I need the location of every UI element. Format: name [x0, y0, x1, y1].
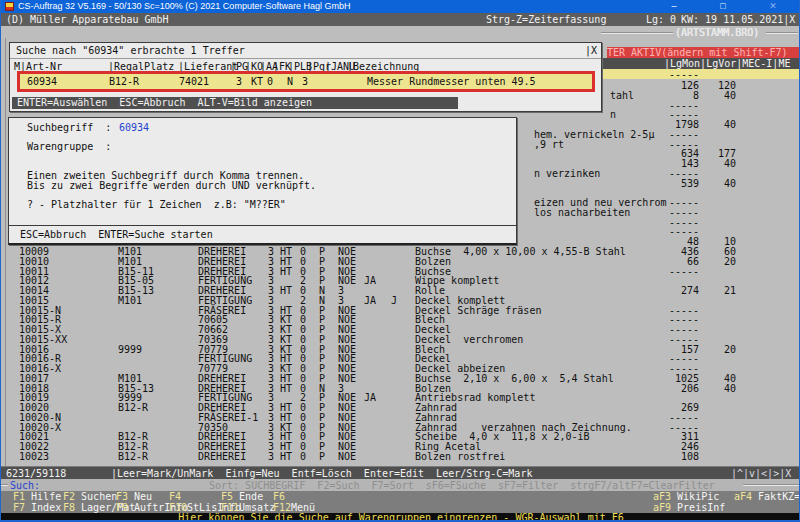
result-cell: 3: [302, 76, 308, 87]
window-titlebar: CS-Auftrag 32 V5.169 - 50/130 Sc=100% (C…: [1, 0, 800, 13]
table-row[interactable]: 10016-X707793KT0PNOEDeckel abbeizen-----: [1, 363, 800, 373]
search-hint-2: Bis zu zwei Begriffe werden durch UND ve…: [27, 181, 316, 191]
table-row[interactable]: 10015-R706053KT0PNOEBlech-----: [1, 314, 800, 324]
stock-month-cell: 539: [659, 178, 699, 189]
calendar-week-date: KW: 19 11.05.2021|X: [681, 13, 795, 26]
fkey-label: aF4: [734, 491, 752, 502]
dialog-close-icon[interactable]: |X: [585, 46, 597, 56]
table-row[interactable]: 10012B15-05FERTIGUNG32PNOEJAWippe komple…: [1, 275, 800, 285]
table-row[interactable]: 10022B12-RDREHEREI3HT0PNOERing Acetal246: [1, 441, 800, 451]
fkey-action: Index: [25, 502, 61, 513]
fkey-action: Hilfe: [25, 491, 61, 502]
fkey-action: Neu: [128, 491, 152, 502]
fkey-f3[interactable]: F3 Neu: [116, 491, 152, 502]
fkey-action: Suchen: [75, 491, 117, 502]
table-row[interactable]: 10016-RFERTIGUNG3HT0PNOEDeckel-----: [1, 353, 800, 363]
frame-border-line: [766, 32, 798, 34]
table-row[interactable]: 10010M101DREHEREI3HT0PNOEBolzen6620: [1, 256, 800, 266]
fkey-label: F7: [13, 502, 25, 513]
table-row[interactable]: 10015M101FERTIGUNG32N3JAJDeckel komplett: [1, 295, 800, 305]
table-row[interactable]: 10015-XX703693KT0PNOEDeckel verchromen--…: [1, 334, 800, 344]
fkey-action: WikiPic: [671, 491, 719, 502]
search-results-dialog: Suche nach "60934" erbrachte 1 Treffer |…: [9, 42, 602, 112]
frame-border-line: [601, 32, 673, 34]
table-cursor-row[interactable]: -----: [602, 69, 800, 79]
fkey-af3[interactable]: aF3 WikiPic: [653, 491, 719, 502]
fkey-label: F5: [221, 491, 233, 502]
result-cell: 3: [236, 76, 242, 87]
table-row[interactable]: 10009M101DREHEREI3HT0PNOEBuchse 4,00 x 1…: [1, 246, 800, 256]
table-row[interactable]: 10017M101DREHEREI3HT0PNOEBuchse 2,10 x 6…: [1, 373, 800, 383]
table-row[interactable]: 10020B12-RDREHEREI3HT0PNOEZahnrad269: [1, 402, 800, 412]
table-row[interactable]: 10020-X703503KT0PNOEZahnrad verzahnen na…: [1, 422, 800, 432]
filter-active-banner: TER AKTIV(ändern mit Shift-F7): [607, 47, 799, 58]
table-row[interactable]: 10014B15-13DREHEREI3HT0N3Rolle27421: [1, 285, 800, 295]
stock-prev-cell: 40: [700, 178, 736, 189]
frame-border-line: [1, 484, 8, 486]
divider: [9, 225, 516, 226]
fkey-label: F6: [273, 491, 285, 502]
table-row[interactable]: 10020-NFRÄSEREI-13HT0PNOEZahnrad-----: [1, 412, 800, 422]
stock-month-cell: 108: [659, 451, 699, 462]
result-cell: KT: [251, 76, 263, 87]
result-cell: 60934: [27, 76, 57, 87]
fkey-f2[interactable]: F2 Suchen: [63, 491, 117, 502]
fkey-label: aF3: [653, 491, 671, 502]
search-term-label: Suchbegriff :: [27, 123, 111, 133]
fkey-f1[interactable]: F1 Hilfe: [13, 491, 61, 502]
fkey-label: F8: [63, 502, 75, 513]
divider: [10, 58, 601, 59]
fkey-label: F2: [63, 491, 75, 502]
time-tracking-hint: Strg-Z=Zeiterfassung: [486, 13, 606, 26]
fkey-label: F3: [116, 491, 128, 502]
function-key-bar-1: F1 HilfeF2 SuchenF3 NeuF4F5 EndeF6aF3 Wi…: [1, 491, 800, 502]
sort-bar: Such: Sort: SUCHBEGRIF F2=Such F7=Sort s…: [1, 479, 800, 491]
hint-message-bar: Hier können Sie die Suche auf Warengrupp…: [1, 513, 800, 522]
fkey-action: Ende: [233, 491, 263, 502]
fkey-af9[interactable]: aF9 PreisInf: [653, 502, 725, 513]
result-cell: N: [287, 76, 293, 87]
fkey-f6[interactable]: F6: [273, 491, 285, 502]
application-window: CS-Auftrag 32 V5.169 - 50/130 Sc=100% (C…: [0, 0, 800, 522]
results-key-hints: ENTER=Auswählen ESC=Abbruch ALT-V=Bild a…: [17, 97, 312, 109]
cell-bez: Bolzen rostfrei: [415, 451, 505, 462]
window-title: CS-Auftrag 32 V5.169 - 50/130 Sc=100% (C…: [18, 0, 350, 13]
cell-pg: 3: [268, 451, 274, 462]
fkey-label: F1: [13, 491, 25, 502]
results-footer-bar: ENTER=Auswählen ESC=Abbruch ALT-V=Bild a…: [12, 97, 458, 109]
close-button[interactable]: ✕: [766, 0, 780, 13]
table-row[interactable]: 100169999707793KT0PNOEBlech15720: [1, 344, 800, 354]
search-hint-wildcard: ? - Platzhalter für 1 Zeichen z.B: "M??E…: [27, 200, 286, 210]
table-row[interactable]: 10023B12-RDREHEREI3HT0PNOEBolzen rostfre…: [1, 451, 800, 461]
table-row[interactable]: 10015-X706623KT0PNOEDeckel-----: [1, 324, 800, 334]
browse-file-label: (ARTSTAMM.BRO): [675, 28, 759, 38]
maximize-button[interactable]: □: [716, 0, 730, 13]
cell-aa: 0: [300, 451, 306, 462]
fkey-action: FaktKZ=: [752, 491, 800, 502]
status-bar: 6231/59118 |Leer=Mark/UnMark Einfg=Neu E…: [1, 466, 800, 479]
table-header-columns: |LgMon|LgVor|MEC-I|ME: [664, 58, 790, 69]
dialog-title: Suche nach "60934" erbrachte 1 Treffer: [16, 46, 245, 56]
minimize-button[interactable]: –: [667, 0, 681, 13]
lg-indicator: Lg: 0: [646, 13, 676, 26]
table-row[interactable]: 10011B15-11DREHEREI3HT0PNOEBuchse-----: [1, 266, 800, 276]
search-key-hints: ESC=Abbruch ENTER=Suche starten: [20, 230, 213, 240]
result-row-selected[interactable]: 60934B12-R740213KT0N3Messer Rundmesser u…: [17, 71, 595, 92]
fkey-label: F4: [169, 491, 181, 502]
table-row[interactable]: 10018B15-13DREHEREI3HT0N3Bolzen20640: [1, 383, 800, 393]
search-dialog: Suchbegriff : 60934 Warengruppe : Einen …: [8, 117, 517, 245]
table-row[interactable]: 100199999FERTIGUNG32PNOEJAAntriebsrad ko…: [1, 392, 800, 402]
fkey-action: PreisInf: [671, 502, 725, 513]
table-row[interactable]: 10015-NFRÄSEREI3HT0PNOEDeckel Schräge fr…: [1, 305, 800, 315]
cell-ko: HT: [280, 451, 292, 462]
fkey-af4[interactable]: aF4 FaktKZ=: [734, 491, 800, 502]
fkey-f4[interactable]: F4: [169, 491, 181, 502]
table-row[interactable]: 10021B12-RDREHEREI3HT0PNOEScheibe 4,0 x …: [1, 431, 800, 441]
fkey-f5[interactable]: F5 Ende: [221, 491, 263, 502]
table-header-right: |LgMon|LgVor|MEC-I|ME: [602, 58, 800, 69]
fkey-f7[interactable]: F7 Index: [13, 502, 61, 513]
product-group-label: Warengruppe :: [27, 142, 111, 152]
search-term-input[interactable]: 60934: [119, 123, 149, 133]
result-cell: B12-R: [109, 76, 139, 87]
app-header-bar: (D) Müller Apparatebau GmbH Strg-Z=Zeite…: [1, 13, 800, 26]
